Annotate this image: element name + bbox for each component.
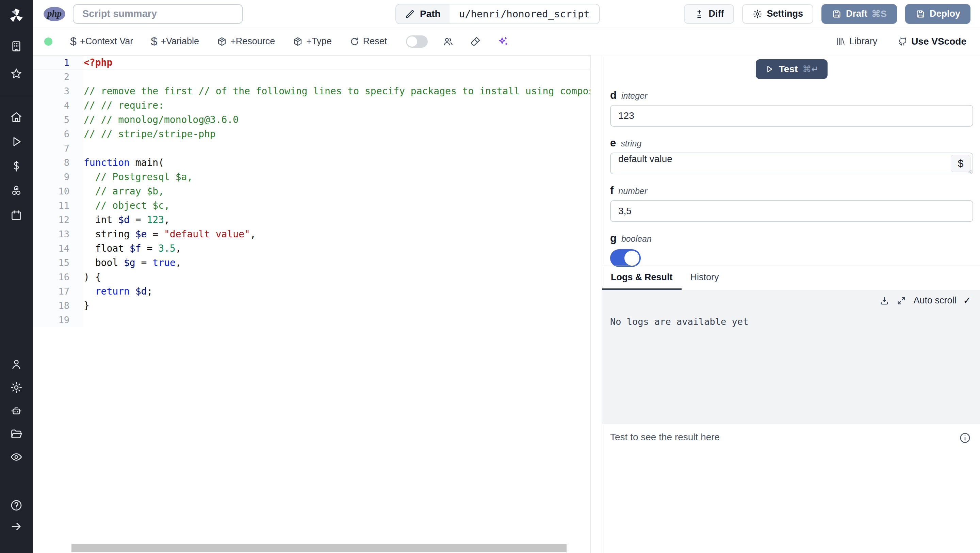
format-brush-icon[interactable] [469,35,482,48]
code-line[interactable]: 14 float $f = 3.5, [33,241,590,255]
workers-robot-icon[interactable] [10,404,23,418]
code-line[interactable]: 3// remove the first // of the following… [33,84,590,98]
toggle-knob [624,251,640,266]
variables-icon[interactable] [10,159,23,173]
code-line[interactable]: 15 bool $g = true, [33,255,590,270]
line-number: 14 [33,241,84,255]
script-summary-input[interactable] [73,4,243,24]
help-icon[interactable] [10,499,23,512]
code-line[interactable]: 17 return $d; [33,284,590,298]
code-line[interactable]: 11 // object $c, [33,198,590,212]
refresh-icon [350,37,360,47]
code-line[interactable]: 16) { [33,270,590,284]
path-edit-section[interactable]: Path [396,5,450,24]
line-number: 3 [33,84,84,98]
arg-type: number [618,186,647,196]
expand-sidebar-arrow-icon[interactable] [10,520,23,533]
code-line[interactable]: 6// // stripe/stripe-php [33,127,590,141]
settings-gear-icon[interactable] [10,381,23,394]
line-number: 4 [33,98,84,112]
dollar-icon: $ [70,35,76,48]
ai-sparkles-icon[interactable] [496,35,509,48]
assistant-toggle[interactable] [406,35,428,48]
use-vscode-button[interactable]: Use VScode [898,36,966,47]
code-line[interactable]: 19 [33,312,590,327]
arg-name: e [610,137,616,149]
code-line[interactable]: 1<?php [33,55,590,70]
runs-icon[interactable] [10,135,23,148]
arg-field-e: e string default value $ [610,137,973,174]
play-icon [765,64,774,74]
status-dot [44,37,52,46]
code-line[interactable]: 13 string $e = "default value", [33,227,590,241]
schedules-calendar-icon[interactable] [10,209,23,222]
draft-button[interactable]: Draft ⌘S [821,4,897,24]
code-line[interactable]: 4// // require: [33,98,590,112]
user-icon[interactable] [10,357,23,371]
windmill-logo-icon[interactable] [7,5,26,26]
arg-e-textarea[interactable]: default value [610,153,973,174]
users-icon[interactable] [441,35,455,48]
arg-f-input[interactable] [610,200,973,222]
line-number: 11 [33,198,84,212]
code-line[interactable]: 2 [33,70,590,84]
add-resource-button[interactable]: +Resource [217,36,275,47]
path-widget[interactable]: Path u/henri/honored_script [395,4,600,24]
arg-name: g [610,232,617,244]
folders-icon[interactable] [10,427,23,441]
line-number: 1 [33,56,84,69]
app: php Path u/henri/honored_script Diff [0,0,980,553]
deploy-button[interactable]: Deploy [905,4,970,24]
code-line[interactable]: 10 // array $b, [33,184,590,198]
home-icon[interactable] [10,110,23,124]
line-number: 12 [33,212,84,227]
code-line[interactable]: 5// // monolog/monolog@3.6.0 [33,112,590,127]
line-number: 15 [33,255,84,270]
arg-name: f [610,185,614,197]
line-number: 7 [33,141,84,155]
test-button[interactable]: Test ⌘↵ [756,59,827,79]
expand-logs-icon[interactable] [896,296,907,306]
reset-button[interactable]: Reset [350,36,387,47]
arg-type: integer [621,91,647,101]
code-line[interactable]: 8function main( [33,155,590,170]
autoscroll-check-icon[interactable]: ✓ [963,295,971,306]
resize-handle-icon[interactable] [967,168,972,173]
favorites-star-icon[interactable] [10,67,23,81]
settings-button[interactable]: Settings [742,4,813,24]
editor-toolbar: $ +Context Var $ +Variable +Resource +Ty… [33,28,980,55]
workspace-icon[interactable] [10,40,23,53]
info-icon[interactable] [959,432,971,444]
line-content: // array $b, [84,186,164,197]
download-logs-icon[interactable] [879,296,889,306]
arg-d-input[interactable] [610,105,973,127]
tab-history[interactable]: History [682,266,728,290]
code-editor[interactable]: 1<?php23// remove the first // of the fo… [33,55,591,553]
diff-button[interactable]: Diff [684,4,734,24]
line-content: float $f = 3.5, [84,243,181,254]
add-variable-button[interactable]: $ +Variable [151,35,199,48]
line-content: ) { [84,271,101,283]
resources-cubes-icon[interactable] [10,184,23,198]
arg-field-f: f number [610,185,973,222]
add-context-var-button[interactable]: $ +Context Var [70,35,133,48]
code-line[interactable]: 12 int $d = 123, [33,212,590,227]
line-content: } [84,300,89,311]
line-number: 19 [33,312,84,327]
line-content: // object $c, [84,200,170,211]
code-line[interactable]: 9 // Postgresql $a, [33,170,590,184]
library-button[interactable]: Library [836,36,878,47]
code-line[interactable]: 7 [33,141,590,155]
line-number: 9 [33,170,84,184]
line-number: 6 [33,127,84,141]
arg-g-toggle[interactable] [610,249,641,267]
autoscroll-label[interactable]: Auto scroll [913,295,956,306]
path-label: Path [420,8,441,19]
library-icon [836,37,846,47]
code-line[interactable]: 18} [33,298,590,312]
horizontal-scrollbar[interactable] [72,544,566,552]
github-icon [898,37,908,47]
tab-logs-result[interactable]: Logs & Result [602,266,682,290]
add-type-button[interactable]: +Type [293,36,331,47]
audit-eye-icon[interactable] [10,450,23,464]
